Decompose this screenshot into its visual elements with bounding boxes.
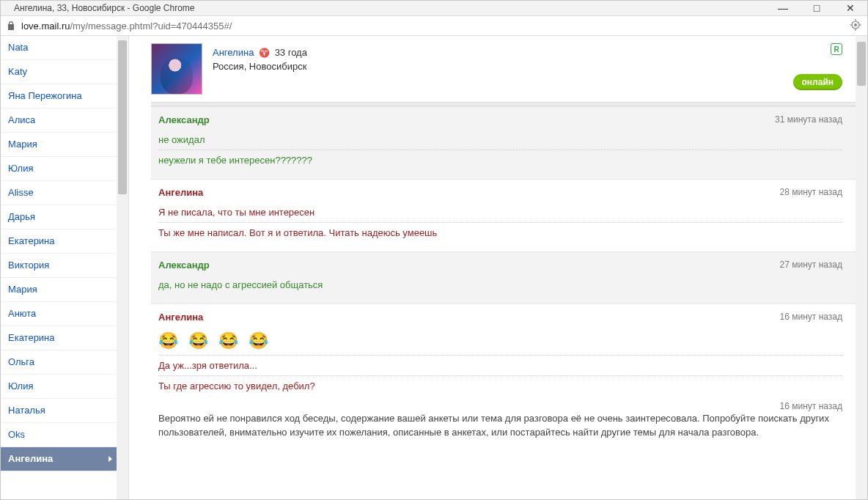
message-line: да, но не надо с агрессией общаться	[158, 275, 842, 295]
message: Ангелина28 минут назадЯ не писала, что т…	[151, 180, 856, 251]
message-line: Да уж...зря ответила...	[158, 355, 842, 375]
window-titlebar: Ангелина, 33, Новосибирск - Google Chrom…	[1, 1, 867, 15]
sidebar-item[interactable]: Екатерина	[1, 326, 117, 350]
sidebar-item[interactable]: Яна Пережогина	[1, 84, 117, 109]
system-note-text: Вероятно ей не понравился ход беседы, со…	[158, 413, 829, 438]
window-title: Ангелина, 33, Новосибирск - Google Chrom…	[14, 3, 863, 13]
message: Ангелина16 минут назад😂😂😂😂Да уж...зря от…	[151, 304, 856, 405]
profile-location: Россия, Новосибирск	[213, 60, 307, 74]
conversation-thread[interactable]: Ангелина ♈ 33 года Россия, Новосибирск R…	[129, 36, 856, 499]
sidebar-item[interactable]: Alisse	[1, 181, 117, 205]
content-area: NataKatyЯна ПережогинаАлисаМарияЮлияAlis…	[1, 36, 867, 499]
message-line: Ты же мне написал. Вот я и ответила. Чит…	[158, 222, 842, 243]
message-body: да, но не надо с агрессией общаться	[158, 275, 842, 295]
sidebar-item[interactable]: Дарья	[1, 205, 117, 229]
sidebar-item[interactable]: Ангелина	[1, 447, 117, 471]
sidebar-item[interactable]: Алиса	[1, 109, 117, 133]
url-host: love.mail.ru	[21, 21, 70, 32]
message-body: 😂😂😂😂Да уж...зря ответила...Ты где агресс…	[158, 327, 842, 396]
sidebar-item[interactable]: Юлия	[1, 157, 117, 181]
sidebar-item[interactable]: Виктория	[1, 254, 117, 278]
message-line: Я не писала, что ты мне интересен	[158, 202, 842, 222]
message-line: не ожидал	[158, 130, 842, 150]
system-note: 16 минут назад Вероятно ей не понравился…	[151, 405, 856, 452]
sidebar-item[interactable]: Nata	[1, 36, 117, 60]
sidebar-wrap: NataKatyЯна ПережогинаАлисаМарияЮлияAlis…	[1, 36, 129, 499]
message-line: неужели я тебе интересен???????	[158, 150, 842, 170]
sidebar-item[interactable]: Анюта	[1, 302, 117, 326]
main-panel: Ангелина ♈ 33 года Россия, Новосибирск R…	[129, 36, 867, 499]
url-path: /my/message.phtml?uid=470444355#/	[70, 21, 232, 32]
profile-age: 33 года	[275, 47, 307, 58]
sidebar-item[interactable]: Юлия	[1, 375, 117, 399]
window-controls: — □ ✕	[766, 1, 867, 15]
sidebar-item[interactable]: Katy	[1, 60, 117, 84]
sidebar-item[interactable]: Мария	[1, 278, 117, 302]
profile-name-link[interactable]: Ангелина	[213, 47, 254, 58]
sidebar-item[interactable]: Ольга	[1, 350, 117, 375]
contacts-sidebar[interactable]: NataKatyЯна ПережогинаАлисаМарияЮлияAlis…	[1, 36, 117, 499]
address-bar: love.mail.ru/my/message.phtml?uid=470444…	[1, 15, 867, 36]
emoji-row: 😂😂😂😂	[158, 327, 842, 355]
svg-point-1	[855, 23, 857, 26]
sidebar-item[interactable]: Екатерина	[1, 229, 117, 254]
location-target-icon[interactable]	[850, 19, 861, 33]
profile-meta: Ангелина ♈ 33 года Россия, Новосибирск	[213, 43, 307, 74]
profile-header-right: R онлайн	[793, 43, 843, 90]
sidebar-scrollbar[interactable]	[117, 36, 128, 499]
main-scrollbar[interactable]	[856, 36, 867, 499]
messages-container: Александр31 минута назадне ожидалнеужели…	[151, 106, 856, 405]
message-time: 16 минут назад	[780, 312, 842, 322]
message-time: 28 минут назад	[780, 187, 842, 197]
message-time: 31 минута назад	[775, 114, 842, 125]
main-scroll-thumb[interactable]	[857, 42, 866, 86]
profile-header: Ангелина ♈ 33 года Россия, Новосибирск R…	[151, 36, 856, 102]
lock-icon	[7, 21, 15, 31]
message-sender: Ангелина	[158, 312, 842, 323]
sidebar-item[interactable]: Oks	[1, 423, 117, 447]
minimize-button[interactable]: —	[766, 1, 800, 15]
sidebar-scroll-thumb[interactable]	[118, 40, 127, 194]
app-window: Ангелина, 33, Новосибирск - Google Chrom…	[0, 0, 868, 500]
avatar[interactable]	[151, 43, 202, 95]
message-body: не ожидалнеужели я тебе интересен???????	[158, 130, 842, 170]
maximize-button[interactable]: □	[800, 1, 834, 15]
sidebar-item[interactable]: Мария	[1, 133, 117, 157]
close-button[interactable]: ✕	[834, 1, 867, 15]
url-display[interactable]: love.mail.ru/my/message.phtml?uid=470444…	[21, 21, 232, 32]
message-body: Я не писала, что ты мне интересенТы же м…	[158, 202, 842, 243]
message-line: Ты где агрессию то увидел, дебил?	[158, 375, 842, 396]
sidebar-item[interactable]: Наталья	[1, 399, 117, 423]
system-note-time: 16 минут назад	[780, 400, 842, 413]
message-time: 27 минут назад	[780, 260, 842, 270]
message-sender: Александр	[158, 260, 842, 271]
online-status-pill: онлайн	[793, 74, 843, 90]
zodiac-icon: ♈	[259, 48, 270, 58]
message: Александр31 минута назадне ожидалнеужели…	[151, 106, 856, 180]
message-sender: Ангелина	[158, 187, 842, 198]
r-badge[interactable]: R	[831, 43, 842, 55]
message: Александр27 минут назадда, но не надо с …	[151, 251, 856, 304]
message-sender: Александр	[158, 114, 842, 125]
